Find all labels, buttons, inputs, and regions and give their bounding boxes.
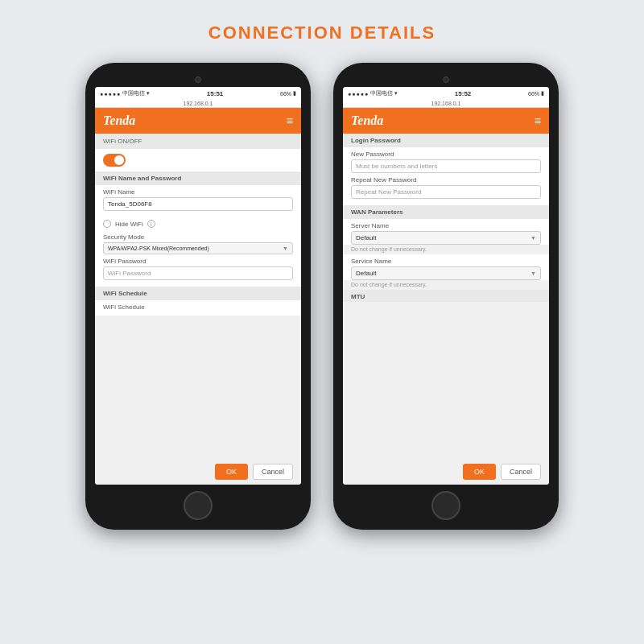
toggle-row: [95, 149, 301, 171]
battery-1: 66%: [280, 91, 291, 97]
hide-wifi-label: Hide WiFi: [115, 221, 143, 228]
menu-icon-2[interactable]: ≡: [535, 114, 541, 127]
screen-content-2: Login Password New Password Must be numb…: [343, 134, 549, 485]
hide-wifi-info[interactable]: i: [147, 220, 155, 228]
hide-wifi-checkbox[interactable]: [103, 220, 111, 228]
status-right-1: 66% ▮: [280, 90, 296, 97]
login-fields: New Password Must be numbers and letters…: [343, 147, 549, 205]
wifi-schedule-header: WiFi Schedule: [95, 287, 301, 300]
security-select[interactable]: WPA/WPA2-PSK Mixed(Recommended) ▼: [103, 242, 293, 254]
wifi-icon-1: ▾: [147, 90, 150, 97]
phone-top-bar-1: [95, 72, 301, 87]
menu-icon-1[interactable]: ≡: [287, 114, 293, 127]
cancel-button-2[interactable]: Cancel: [501, 464, 541, 480]
toggle-knob: [114, 155, 124, 165]
screen-1: ●●●●● 中国电信 ▾ 15:51 66% ▮ 192.168.0.1 Ten…: [95, 87, 301, 485]
carrier-2: 中国电信: [370, 89, 393, 97]
status-bar-2: ●●●●● 中国电信 ▾ 15:52 66% ▮: [343, 87, 549, 100]
signal-dots-1: ●●●●●: [100, 91, 121, 97]
url-bar-1: 192.168.0.1: [95, 100, 301, 108]
phone-top-bar-2: [343, 72, 549, 87]
carrier-1: 中国电信: [122, 89, 145, 97]
service-arrow-icon: ▼: [530, 270, 536, 276]
repeat-password-input[interactable]: Repeat New Password: [351, 185, 541, 199]
hide-wifi-row: Hide WiFi i: [95, 217, 301, 230]
ok-button-2[interactable]: OK: [463, 464, 496, 480]
home-button-1[interactable]: [184, 491, 213, 520]
wifi-name-section-header: WiFi Name and Password: [95, 171, 301, 185]
wifi-name-label: WiFi Name: [103, 188, 293, 196]
phone-1: ●●●●● 中国电信 ▾ 15:51 66% ▮ 192.168.0.1 Ten…: [85, 63, 311, 530]
wifi-password-label: WiFi Password: [103, 258, 293, 265]
status-left-2: ●●●●● 中国电信 ▾: [348, 89, 398, 97]
camera-1: [195, 76, 201, 83]
security-arrow-icon: ▼: [283, 246, 288, 251]
tenda-logo-2: Tenda: [351, 114, 383, 128]
repeat-password-label: Repeat New Password: [351, 176, 541, 184]
wifi-schedule-sub: WiFi Schedule: [95, 300, 301, 316]
signal-dots-2: ●●●●●: [348, 91, 369, 97]
time-2: 15:52: [455, 90, 471, 97]
security-value: WPA/WPA2-PSK Mixed(Recommended): [108, 246, 209, 251]
new-password-label: New Password: [351, 151, 541, 158]
phone-2: ●●●●● 中国电信 ▾ 15:52 66% ▮ 192.168.0.1 Ten…: [333, 63, 559, 530]
login-section-header: Login Password: [343, 134, 549, 147]
wifi-toggle-section: WiFi ON/OFF: [95, 134, 301, 149]
tenda-header-1: Tenda ≡: [95, 108, 301, 134]
wifi-name-field: WiFi Name Tenda_5D06F8: [95, 185, 301, 217]
server-name-label: Server Name: [351, 222, 541, 229]
camera-2: [443, 76, 449, 83]
page-title: CONNECTION DETAILS: [208, 23, 436, 43]
new-password-input[interactable]: Must be numbers and letters: [351, 159, 541, 173]
wifi-schedule-sub-label: WiFi Schedule: [103, 303, 293, 311]
screen-2: ●●●●● 中国电信 ▾ 15:52 66% ▮ 192.168.0.1 Ten…: [343, 87, 549, 485]
bottom-buttons-2: OK Cancel: [343, 459, 549, 485]
battery-icon-2: ▮: [541, 90, 544, 97]
phone-bottom-1: [184, 491, 213, 520]
status-left-1: ●●●●● 中国电信 ▾: [100, 89, 150, 97]
security-field: Security Mode WPA/WPA2-PSK Mixed(Recomme…: [95, 230, 301, 287]
phone-bottom-2: [431, 491, 460, 520]
status-right-2: 66% ▮: [528, 90, 544, 97]
server-name-value: Default: [356, 234, 376, 242]
service-name-value: Default: [356, 270, 376, 277]
status-bar-1: ●●●●● 中国电信 ▾ 15:51 66% ▮: [95, 87, 301, 100]
service-name-select[interactable]: Default ▼: [351, 266, 541, 280]
cancel-button-1[interactable]: Cancel: [253, 464, 293, 480]
server-arrow-icon: ▼: [530, 235, 536, 241]
time-1: 15:51: [207, 90, 223, 97]
battery-2: 66%: [528, 91, 539, 97]
wifi-icon-2: ▾: [394, 90, 398, 97]
ok-button-1[interactable]: OK: [215, 464, 248, 480]
mtu-section: MTU: [343, 290, 549, 302]
wan-section-header: WAN Parameters: [343, 205, 549, 219]
server-note: Do not change if unnecessary.: [343, 245, 549, 254]
wifi-password-input[interactable]: WiFi Password: [103, 266, 293, 280]
server-name-section: Server Name Default ▼: [343, 219, 549, 245]
service-name-section: Service Name Default ▼: [343, 254, 549, 280]
url-bar-2: 192.168.0.1: [343, 100, 549, 108]
service-note: Do not change if unnecessary.: [343, 280, 549, 290]
phones-container: ●●●●● 中国电信 ▾ 15:51 66% ▮ 192.168.0.1 Ten…: [85, 63, 559, 530]
server-name-select[interactable]: Default ▼: [351, 231, 541, 245]
wifi-toggle-label: WiFi ON/OFF: [103, 138, 142, 145]
tenda-header-2: Tenda ≡: [343, 108, 549, 134]
bottom-buttons-1: OK Cancel: [95, 459, 301, 485]
tenda-logo-1: Tenda: [103, 114, 135, 128]
wifi-name-input[interactable]: Tenda_5D06F8: [103, 197, 293, 211]
screen-content-1: WiFi ON/OFF WiFi Name and Password WiFi …: [95, 134, 301, 485]
home-button-2[interactable]: [431, 491, 460, 520]
service-name-label: Service Name: [351, 258, 541, 265]
battery-icon-1: ▮: [293, 90, 296, 97]
toggle-switch[interactable]: [103, 154, 126, 167]
security-label: Security Mode: [103, 233, 293, 241]
